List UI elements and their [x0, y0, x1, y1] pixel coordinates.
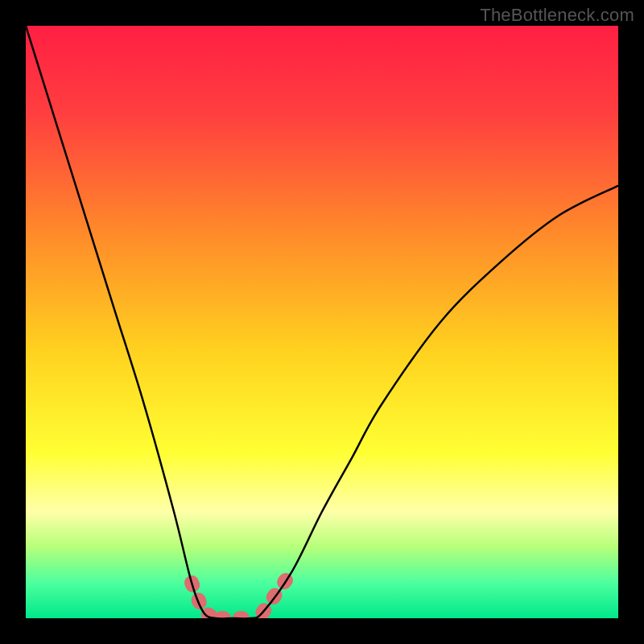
plot-area [26, 26, 618, 618]
highlight-stroke [192, 579, 287, 618]
watermark-text: TheBottleneck.com [480, 5, 634, 26]
bottleneck-curve [26, 26, 618, 618]
curve-layer [26, 26, 618, 618]
chart-container: TheBottleneck.com [0, 0, 644, 644]
